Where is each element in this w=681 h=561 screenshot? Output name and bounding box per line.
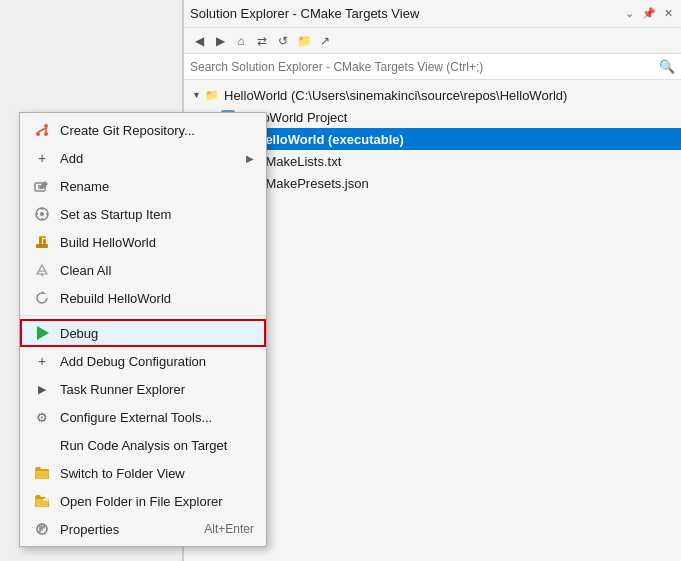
svg-point-1 bbox=[36, 132, 40, 136]
properties-shortcut: Alt+Enter bbox=[204, 522, 254, 536]
tree-arrow-root bbox=[192, 90, 204, 100]
menu-label-properties: Properties bbox=[60, 522, 204, 537]
menu-item-configure[interactable]: ⚙ Configure External Tools... bbox=[20, 403, 266, 431]
tree-label-cmake: CMakeLists.txt bbox=[256, 154, 341, 169]
svg-rect-14 bbox=[36, 244, 48, 248]
menu-item-task-runner[interactable]: ▶ Task Runner Explorer bbox=[20, 375, 266, 403]
menu-item-rebuild[interactable]: Rebuild HelloWorld bbox=[20, 284, 266, 312]
export-btn[interactable]: ↗ bbox=[316, 32, 334, 50]
properties-icon bbox=[32, 519, 52, 539]
sync-btn[interactable]: ⇄ bbox=[253, 32, 271, 50]
menu-item-add[interactable]: + Add ▶ bbox=[20, 144, 266, 172]
context-menu: Create Git Repository... + Add ▶ Rename bbox=[19, 112, 267, 547]
open-folder-icon bbox=[32, 491, 52, 511]
add-icon: + bbox=[32, 148, 52, 168]
separator-1 bbox=[20, 315, 266, 316]
menu-label-debug: Debug bbox=[60, 326, 254, 341]
menu-item-add-debug[interactable]: + Add Debug Configuration bbox=[20, 347, 266, 375]
add-arrow-icon: ▶ bbox=[246, 153, 254, 164]
folder-view-icon bbox=[32, 463, 52, 483]
svg-rect-17 bbox=[39, 236, 46, 238]
search-icon: 🔍 bbox=[659, 59, 675, 74]
svg-rect-15 bbox=[39, 237, 42, 244]
se-titlebar: Solution Explorer - CMake Targets View ⌄… bbox=[184, 0, 681, 28]
svg-line-4 bbox=[38, 128, 46, 132]
configure-icon: ⚙ bbox=[32, 407, 52, 427]
menu-label-build: Build HelloWorld bbox=[60, 235, 254, 250]
tree-label-presets: CMakePresets.json bbox=[256, 176, 369, 191]
svg-marker-20 bbox=[42, 291, 46, 294]
menu-item-properties[interactable]: Properties Alt+Enter bbox=[20, 515, 266, 543]
menu-item-folder-view[interactable]: Switch to Folder View bbox=[20, 459, 266, 487]
menu-label-folder-view: Switch to Folder View bbox=[60, 466, 254, 481]
menu-label-startup: Set as Startup Item bbox=[60, 207, 254, 222]
dropdown-icon[interactable]: ⌄ bbox=[623, 5, 636, 22]
svg-point-9 bbox=[40, 212, 44, 216]
startup-icon bbox=[32, 204, 52, 224]
menu-label-rebuild: Rebuild HelloWorld bbox=[60, 291, 254, 306]
folder-icon: 📁 bbox=[204, 87, 220, 103]
clean-icon bbox=[32, 260, 52, 280]
menu-item-rename[interactable]: Rename bbox=[20, 172, 266, 200]
new-folder-btn[interactable]: 📁 bbox=[295, 32, 313, 50]
tree-item-root[interactable]: 📁 HelloWorld (C:\Users\sinemakinci\sourc… bbox=[184, 84, 681, 106]
se-title: Solution Explorer - CMake Targets View bbox=[190, 6, 419, 21]
menu-item-run-analysis[interactable]: Run Code Analysis on Target bbox=[20, 431, 266, 459]
menu-item-debug[interactable]: Debug bbox=[20, 319, 266, 347]
menu-label-add: Add bbox=[60, 151, 242, 166]
task-runner-icon: ▶ bbox=[32, 379, 52, 399]
tree-label-exe: HelloWorld (executable) bbox=[256, 132, 404, 147]
menu-label-clean: Clean All bbox=[60, 263, 254, 278]
menu-label-rename: Rename bbox=[60, 179, 254, 194]
menu-item-open-folder[interactable]: Open Folder in File Explorer bbox=[20, 487, 266, 515]
svg-point-0 bbox=[44, 124, 48, 128]
home-btn[interactable]: ⌂ bbox=[232, 32, 250, 50]
svg-rect-16 bbox=[43, 239, 46, 244]
menu-label-task-runner: Task Runner Explorer bbox=[60, 382, 254, 397]
close-icon[interactable]: ✕ bbox=[662, 5, 675, 22]
menu-label-configure: Configure External Tools... bbox=[60, 410, 254, 425]
back-btn[interactable]: ◀ bbox=[190, 32, 208, 50]
menu-label-open-folder: Open Folder in File Explorer bbox=[60, 494, 254, 509]
menu-item-build[interactable]: Build HelloWorld bbox=[20, 228, 266, 256]
svg-point-2 bbox=[44, 132, 48, 136]
menu-label-analysis: Run Code Analysis on Target bbox=[60, 438, 254, 453]
se-titlebar-icons: ⌄ 📌 ✕ bbox=[623, 5, 675, 22]
se-toolbar: ◀ ▶ ⌂ ⇄ ↺ 📁 ↗ bbox=[184, 28, 681, 54]
tree-label-root: HelloWorld (C:\Users\sinemakinci\source\… bbox=[224, 88, 567, 103]
search-input[interactable] bbox=[190, 60, 659, 74]
menu-label-create-git: Create Git Repository... bbox=[60, 123, 254, 138]
menu-label-add-debug: Add Debug Configuration bbox=[60, 354, 254, 369]
analysis-icon bbox=[32, 435, 52, 455]
menu-item-clean[interactable]: Clean All bbox=[20, 256, 266, 284]
menu-item-startup[interactable]: Set as Startup Item bbox=[20, 200, 266, 228]
menu-item-create-git[interactable]: Create Git Repository... bbox=[20, 116, 266, 144]
git-icon bbox=[32, 120, 52, 140]
debug-icon bbox=[32, 323, 52, 343]
pin-icon[interactable]: 📌 bbox=[640, 5, 658, 22]
build-icon bbox=[32, 232, 52, 252]
add-debug-icon: + bbox=[32, 351, 52, 371]
forward-btn[interactable]: ▶ bbox=[211, 32, 229, 50]
se-search-bar: 🔍 bbox=[184, 54, 681, 80]
rename-icon bbox=[32, 176, 52, 196]
refresh-btn[interactable]: ↺ bbox=[274, 32, 292, 50]
rebuild-icon bbox=[32, 288, 52, 308]
